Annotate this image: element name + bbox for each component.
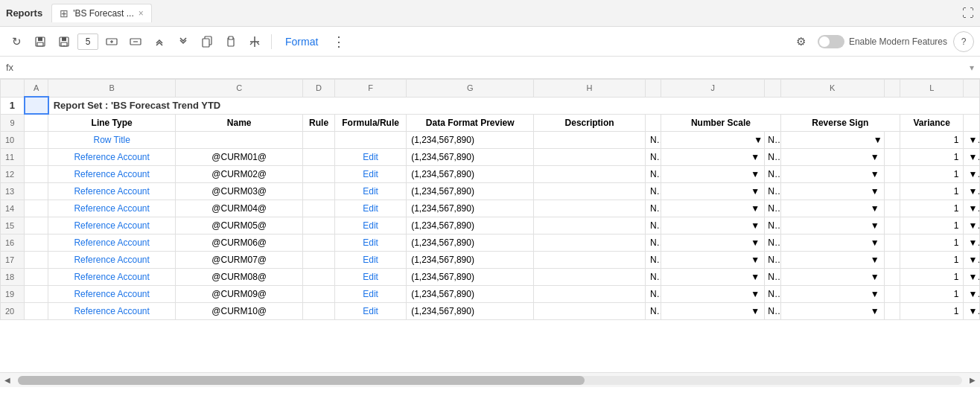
formula-bar: fx ▾: [0, 57, 980, 79]
bottom-scrollbar-bar: ◀ ▶: [0, 372, 980, 387]
header-description: Description: [534, 114, 646, 131]
header-var2: [964, 114, 980, 131]
row-num-1: 1: [1, 97, 25, 114]
settings-button[interactable]: ⚙: [791, 31, 812, 52]
col-header-a[interactable]: A: [25, 80, 48, 98]
header-data-format: Data Format Preview: [407, 114, 534, 131]
toggle-knob: [819, 36, 830, 47]
svg-rect-15: [229, 36, 233, 39]
maximize-icon[interactable]: ⛶: [962, 7, 974, 20]
cell-10b-type[interactable]: Row Title: [48, 131, 176, 148]
scroll-left-arrow[interactable]: ◀: [0, 373, 15, 388]
col-header-k[interactable]: K: [780, 80, 884, 98]
row-num-10: 10: [1, 131, 25, 148]
help-button[interactable]: ?: [953, 31, 974, 52]
col-header-l2: [964, 80, 980, 98]
format-button[interactable]: Format: [278, 33, 325, 51]
cell-1a[interactable]: [25, 97, 48, 114]
scroll-right-arrow[interactable]: ▶: [965, 373, 980, 388]
table-row: 14 Reference Account @CURM04@ Edit (1,23…: [1, 200, 980, 217]
row-num-9: 9: [1, 114, 25, 131]
cell-10a[interactable]: [25, 131, 48, 148]
col-header-f[interactable]: F: [334, 80, 406, 98]
cell-10h: [534, 131, 646, 148]
grid-table: A B C D F G H J K L: [0, 79, 980, 320]
header-reverse-sign: Reverse Sign: [780, 114, 900, 131]
svg-rect-4: [62, 37, 66, 41]
col-header-h[interactable]: H: [534, 80, 646, 98]
cell-10k-val: [884, 131, 900, 148]
anchor-button[interactable]: [244, 31, 265, 52]
cell-10j-val[interactable]: None: [765, 131, 780, 148]
col-header-b[interactable]: B: [48, 80, 176, 98]
table-row: 10 Row Title (1,234,567,890) None ▼ None…: [1, 131, 980, 148]
table-row: 17 Reference Account @CURM07@ Edit (1,23…: [1, 251, 980, 268]
cell-10f[interactable]: [334, 131, 406, 148]
copy-button[interactable]: [197, 31, 217, 52]
col-header-h2: [645, 80, 661, 98]
formula-expand-icon[interactable]: ▾: [970, 63, 974, 73]
cell-10j[interactable]: ▼: [661, 131, 765, 148]
col-header-c[interactable]: C: [176, 80, 303, 98]
cell-10h2: None: [645, 131, 661, 148]
top-bar: Reports ⊞ 'BS Forecast ... × ⛶: [0, 0, 980, 27]
toolbar-right: ⚙ Enable Modern Features ?: [791, 31, 974, 52]
col-header-d[interactable]: D: [303, 80, 335, 98]
svg-text:+: +: [63, 43, 66, 48]
zoom-value[interactable]: 5: [77, 34, 98, 50]
table-row: 20 Reference Account @CURM10@ Edit (1,23…: [1, 302, 980, 319]
header-name: Name: [176, 114, 303, 131]
col-header-g[interactable]: G: [407, 80, 534, 98]
horizontal-scrollbar[interactable]: [18, 376, 962, 385]
table-row: 19 Reference Account @CURM09@ Edit (1,23…: [1, 285, 980, 302]
move-down-button[interactable]: [173, 31, 194, 52]
save-button[interactable]: [30, 31, 51, 52]
cell-10k[interactable]: ▼: [780, 131, 884, 148]
toolbar: ↻ + 5 Format ⋮ ⚙ Enable Modern Features: [0, 27, 980, 57]
col-header-j[interactable]: J: [661, 80, 765, 98]
svg-rect-2: [37, 42, 43, 46]
move-up-button[interactable]: [149, 31, 170, 52]
more-options-button[interactable]: ⋮: [328, 31, 349, 52]
svg-rect-13: [203, 39, 209, 47]
tab-close-icon[interactable]: ×: [139, 8, 144, 19]
modern-features-toggle[interactable]: [818, 35, 844, 48]
cell-1b-title: Report Set : 'BS Forecast Trend YTD: [48, 97, 980, 114]
header-row: 9 Line Type Name Rule Formula/Rule Data …: [1, 114, 980, 131]
formula-label: fx: [6, 62, 13, 73]
spreadsheet-container: A B C D F G H J K L: [0, 79, 980, 387]
cell-10l2[interactable]: ▼: [964, 131, 980, 148]
tab-label: 'BS Forecast ...: [73, 8, 134, 19]
column-header-row: A B C D F G H J K L: [1, 80, 980, 98]
delete-row-button[interactable]: [125, 31, 146, 52]
scroll-thumb[interactable]: [18, 376, 585, 385]
refresh-button[interactable]: ↻: [6, 31, 27, 52]
spreadsheet: A B C D F G H J K L: [0, 79, 980, 372]
cell-10l: 1: [900, 131, 964, 148]
table-row: 18 Reference Account @CURM08@ Edit (1,23…: [1, 268, 980, 285]
header-number-scale: Number Scale: [661, 114, 780, 131]
header-line-type: Line Type: [48, 114, 176, 131]
title-row: 1 Report Set : 'BS Forecast Trend YTD: [1, 97, 980, 114]
reports-label: Reports: [6, 7, 42, 19]
col-header-rownum: [1, 80, 25, 98]
header-desc2: [645, 114, 661, 131]
formula-input[interactable]: [18, 62, 970, 73]
active-tab[interactable]: ⊞ 'BS Forecast ... ×: [51, 4, 152, 22]
table-row: 11 Reference Account @CURM01@ Edit (1,23…: [1, 148, 980, 165]
table-row: 15 Reference Account @CURM05@ Edit (1,23…: [1, 217, 980, 234]
col-header-l[interactable]: L: [900, 80, 964, 98]
svg-line-19: [257, 42, 259, 45]
header-col-a: [25, 114, 48, 131]
cell-10c[interactable]: [176, 131, 303, 148]
table-row: 16 Reference Account @CURM06@ Edit (1,23…: [1, 234, 980, 251]
paste-button[interactable]: [220, 31, 241, 52]
header-formula-rule: Formula/Rule: [334, 114, 406, 131]
save-as-button[interactable]: +: [54, 31, 74, 52]
table-row: 13 Reference Account @CURM03@ Edit (1,23…: [1, 182, 980, 200]
add-row-button[interactable]: [101, 31, 122, 52]
cell-10d[interactable]: [303, 131, 335, 148]
svg-line-18: [250, 42, 252, 45]
toggle-container: Enable Modern Features: [818, 35, 947, 48]
table-row: 12 Reference Account @CURM02@ Edit (1,23…: [1, 165, 980, 182]
